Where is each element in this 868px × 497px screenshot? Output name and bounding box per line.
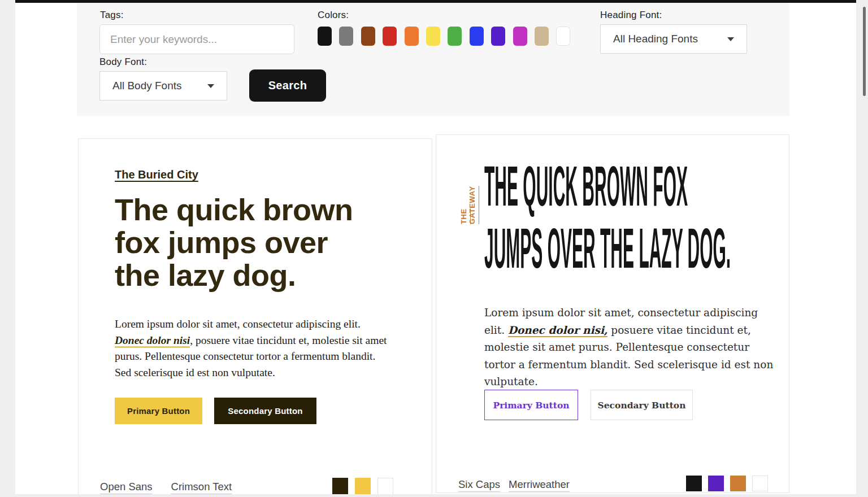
sample-primary-button[interactable]: Primary Button [115, 398, 202, 424]
sample-heading: The quick brown fox jumps over the lazy … [115, 193, 353, 291]
scrollbar-thumb[interactable] [863, 7, 866, 96]
heading-font-label: Heading Font: [600, 10, 662, 21]
color-swatch-black [686, 476, 702, 491]
sample-primary-button[interactable]: Primary Button [484, 390, 578, 420]
body-font-label: Body Font: [99, 56, 147, 68]
color-swatch-white [377, 478, 393, 495]
sample-heading-line: JUMPS OVER THE LAZY DOG. [484, 220, 789, 276]
color-swatch-violet[interactable] [491, 27, 505, 46]
sample-buttons-row: Primary Button Secondary Button [115, 398, 316, 424]
paragraph-text: Lorem ipsum dolor sit amet, consectetur … [115, 318, 361, 330]
pair-title-link[interactable]: The Buried City [115, 168, 198, 181]
sample-paragraph: Lorem ipsum dolor sit amet, consectetur … [115, 316, 392, 381]
color-swatch-gray[interactable] [339, 27, 353, 46]
color-swatch-red[interactable] [383, 27, 397, 46]
next-section-edge [15, 494, 856, 497]
sample-buttons-row: Primary Button Secondary Button [484, 390, 693, 420]
sample-secondary-button[interactable]: Secondary Button [591, 390, 693, 420]
sample-heading-line: THE QUICK BROWN FOX [484, 158, 789, 214]
color-swatch-brown[interactable] [361, 27, 375, 46]
tags-input[interactable] [99, 24, 294, 54]
heading-font-select-value: All Heading Fonts [613, 33, 698, 45]
color-swatch-orange[interactable] [405, 27, 419, 46]
sample-heading-line: the lazy dog. [115, 259, 353, 291]
tags-label: Tags: [100, 10, 124, 21]
color-swatch-yellow [355, 478, 371, 495]
color-swatch-yellow[interactable] [426, 27, 440, 46]
body-font-select[interactable]: All Body Fonts [99, 71, 227, 101]
sample-heading-line: The quick brown [115, 193, 353, 226]
color-filter-row [318, 27, 570, 46]
header-bottom-edge [15, 0, 856, 3]
colors-label: Colors: [318, 10, 349, 21]
color-swatch-orange [730, 476, 746, 491]
heading-font-link[interactable]: Six Caps [458, 478, 500, 491]
color-swatch-magenta[interactable] [513, 27, 527, 46]
sample-secondary-button[interactable]: Secondary Button [214, 398, 316, 424]
sample-heading-line: fox jumps over [115, 226, 353, 259]
body-font-select-value: All Body Fonts [112, 80, 182, 92]
color-swatch-white[interactable] [556, 27, 570, 46]
chevron-down-icon [207, 84, 214, 88]
color-swatch-white [752, 476, 768, 491]
filter-bar: Tags: Body Font: All Body Fonts Search C… [77, 3, 789, 116]
pair-palette [686, 476, 768, 491]
pair-footer: Open Sans Crimson Text [100, 481, 232, 493]
search-button[interactable]: Search [249, 69, 326, 102]
heading-font-select[interactable]: All Heading Fonts [600, 24, 747, 54]
sample-text-link[interactable]: Donec dolor nisi [115, 334, 190, 348]
color-swatch-blue[interactable] [470, 27, 484, 46]
font-pair-card-six-caps-merriweather: THE GATEWAY THE QUICK BROWN FOX JUMPS OV… [436, 134, 789, 493]
sample-paragraph: Lorem ipsum dolor sit amet, consectetur … [484, 304, 778, 391]
chevron-down-icon [727, 37, 734, 41]
pair-footer: Six Caps Merriweather [458, 478, 570, 491]
heading-font-link[interactable]: Open Sans [100, 481, 153, 493]
color-swatch-purple [708, 476, 724, 491]
body-font-link[interactable]: Crimson Text [171, 481, 232, 493]
color-swatch-tan[interactable] [535, 27, 549, 46]
sample-text-link[interactable]: Donec dolor nisi, [508, 324, 608, 337]
pair-title-link-vertical[interactable]: THE GATEWAY [459, 172, 476, 224]
font-pair-card-open-sans-crimson-text: The Buried City The quick brown fox jump… [78, 138, 432, 495]
color-swatch-black[interactable] [318, 27, 332, 46]
pair-palette [332, 478, 393, 495]
body-font-link[interactable]: Merriweather [509, 478, 570, 491]
color-swatch-green[interactable] [448, 27, 462, 46]
color-swatch-dark-olive [332, 478, 348, 495]
